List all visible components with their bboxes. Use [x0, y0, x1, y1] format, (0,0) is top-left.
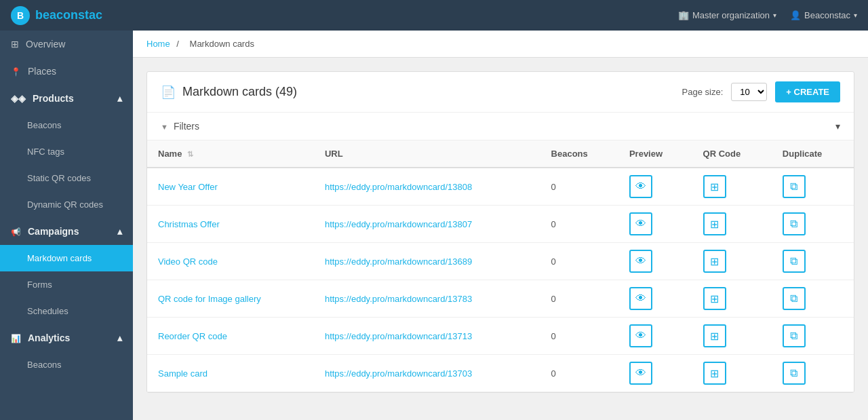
cell-beacons: 0 — [540, 355, 618, 392]
col-beacons: Beacons — [540, 140, 618, 168]
card-title: 📄 Markdown cards (49) — [161, 85, 297, 100]
org-menu[interactable]: 🏢 Master organization ▾ — [678, 10, 776, 20]
qr-icon: ⊞ — [710, 255, 719, 268]
table-row: New Year Offer https://eddy.pro/markdown… — [147, 168, 854, 206]
row-url-link[interactable]: https://eddy.pro/markdowncard/13808 — [325, 182, 472, 192]
sidebar-forms-label: Forms — [27, 280, 52, 290]
card-header: 📄 Markdown cards (49) Page size: 10 25 5… — [147, 72, 854, 113]
row-url-link[interactable]: https://eddy.pro/markdowncard/13713 — [325, 331, 472, 341]
preview-button[interactable]: 👁 — [629, 324, 652, 347]
cell-duplicate: ⧉ — [772, 355, 854, 392]
row-name-link[interactable]: Reorder QR code — [158, 331, 227, 341]
card-actions: Page size: 10 25 50 + CREATE — [682, 81, 840, 102]
row-url-link[interactable]: https://eddy.pro/markdowncard/13807 — [325, 219, 472, 229]
sidebar-item-static-qr[interactable]: Static QR codes — [0, 165, 133, 191]
eye-icon: 👁 — [635, 180, 646, 193]
duplicate-button[interactable]: ⧉ — [783, 250, 806, 273]
sidebar-item-dynamic-qr[interactable]: Dynamic QR codes — [0, 191, 133, 218]
sidebar-campaigns-sub: Markdown cards Forms Schedules — [0, 245, 133, 324]
preview-button[interactable]: 👁 — [629, 362, 652, 385]
cell-qrcode: ⊞ — [692, 168, 772, 206]
sidebar-item-places[interactable]: Places — [0, 58, 133, 85]
sidebar-products-label: Products — [33, 93, 74, 104]
sidebar-item-schedules[interactable]: Schedules — [0, 298, 133, 324]
sidebar-item-markdown-cards[interactable]: Markdown cards — [0, 245, 133, 271]
row-url-link[interactable]: https://eddy.pro/markdowncard/13689 — [325, 256, 472, 267]
row-url-link[interactable]: https://eddy.pro/markdowncard/13783 — [325, 294, 472, 304]
cell-url: https://eddy.pro/markdowncard/13703 — [314, 355, 540, 392]
cell-name: Sample card — [147, 355, 314, 392]
preview-button[interactable]: 👁 — [629, 212, 652, 235]
main-content: Home / Markdown cards 📄 Markdown cards (… — [133, 31, 868, 420]
qr-icon: ⊞ — [710, 292, 719, 305]
sidebar-markdown-label: Markdown cards — [27, 253, 92, 263]
preview-button[interactable]: 👁 — [629, 287, 652, 310]
cell-qrcode: ⊞ — [692, 243, 772, 280]
col-name: Name ⇅ — [147, 140, 314, 168]
sidebar-analytics-sub: Beacons — [0, 351, 133, 378]
cell-url: https://eddy.pro/markdowncard/13808 — [314, 168, 540, 206]
table-row: Reorder QR code https://eddy.pro/markdow… — [147, 318, 854, 355]
qr-icon: ⊞ — [710, 180, 719, 193]
filters-bar[interactable]: Filters ▾ — [147, 113, 854, 140]
breadcrumb-separator: / — [176, 39, 181, 49]
top-navigation: B beaconstac 🏢 Master organization ▾ 👤 B… — [0, 0, 868, 31]
sidebar-section-analytics[interactable]: Analytics — [0, 324, 133, 351]
duplicate-button[interactable]: ⧉ — [783, 324, 806, 347]
doc-icon: 📄 — [161, 85, 176, 100]
sidebar-item-beacons[interactable]: Beacons — [0, 112, 133, 138]
qrcode-button[interactable]: ⊞ — [703, 175, 726, 198]
duplicate-button[interactable]: ⧉ — [783, 287, 806, 310]
qrcode-button[interactable]: ⊞ — [703, 287, 726, 310]
row-name-link[interactable]: New Year Offer — [158, 182, 218, 192]
duplicate-button[interactable]: ⧉ — [783, 175, 806, 198]
cell-url: https://eddy.pro/markdowncard/13807 — [314, 206, 540, 243]
cell-preview: 👁 — [618, 280, 692, 318]
sidebar-item-analytics-beacons[interactable]: Beacons — [0, 351, 133, 378]
row-url-link[interactable]: https://eddy.pro/markdowncard/13703 — [325, 368, 472, 379]
filters-left: Filters — [161, 121, 199, 132]
cell-beacons: 0 — [540, 206, 618, 243]
create-button[interactable]: + CREATE — [775, 81, 840, 102]
table-row: Video QR code https://eddy.pro/markdownc… — [147, 243, 854, 280]
row-name-link[interactable]: QR code for Image gallery — [158, 294, 261, 304]
page-size-select[interactable]: 10 25 50 — [731, 83, 767, 101]
user-icon: 👤 — [790, 10, 801, 20]
preview-button[interactable]: 👁 — [629, 175, 652, 198]
row-name-link[interactable]: Video QR code — [158, 256, 218, 267]
sidebar-nfc-label: NFC tags — [27, 147, 64, 157]
brand-logo[interactable]: B beaconstac — [11, 6, 102, 25]
sidebar-section-products[interactable]: ◈ Products — [0, 85, 133, 112]
preview-button[interactable]: 👁 — [629, 250, 652, 273]
copy-icon: ⧉ — [790, 255, 797, 267]
cell-url: https://eddy.pro/markdowncard/13713 — [314, 318, 540, 355]
breadcrumb: Home / Markdown cards — [133, 31, 868, 58]
breadcrumb-home[interactable]: Home — [146, 39, 170, 49]
sidebar-item-forms[interactable]: Forms — [0, 271, 133, 298]
cell-preview: 👁 — [618, 355, 692, 392]
cell-preview: 👁 — [618, 168, 692, 206]
row-name-link[interactable]: Sample card — [158, 368, 208, 379]
analytics-icon — [11, 332, 21, 343]
sidebar-products-sub: Beacons NFC tags Static QR codes Dynamic… — [0, 112, 133, 218]
filters-chevron-icon: ▾ — [835, 121, 840, 132]
col-url: URL — [314, 140, 540, 168]
cell-preview: 👁 — [618, 206, 692, 243]
duplicate-button[interactable]: ⧉ — [783, 212, 806, 235]
sidebar-item-nfc-tags[interactable]: NFC tags — [0, 138, 133, 165]
qr-icon: ⊞ — [710, 218, 719, 231]
qrcode-button[interactable]: ⊞ — [703, 212, 726, 235]
places-icon — [11, 66, 21, 77]
row-name-link[interactable]: Christmas Offer — [158, 219, 220, 229]
table-row: Christmas Offer https://eddy.pro/markdow… — [147, 206, 854, 243]
user-menu[interactable]: 👤 Beaconstac ▾ — [790, 10, 857, 20]
col-qrcode: QR Code — [692, 140, 772, 168]
sidebar-item-overview[interactable]: Overview — [0, 31, 133, 58]
sidebar-section-campaigns[interactable]: Campaigns — [0, 218, 133, 245]
topnav-right: 🏢 Master organization ▾ 👤 Beaconstac ▾ — [678, 10, 857, 20]
qrcode-button[interactable]: ⊞ — [703, 362, 726, 385]
duplicate-button[interactable]: ⧉ — [783, 362, 806, 385]
qrcode-button[interactable]: ⊞ — [703, 324, 726, 347]
filters-label: Filters — [174, 121, 199, 132]
qrcode-button[interactable]: ⊞ — [703, 250, 726, 273]
